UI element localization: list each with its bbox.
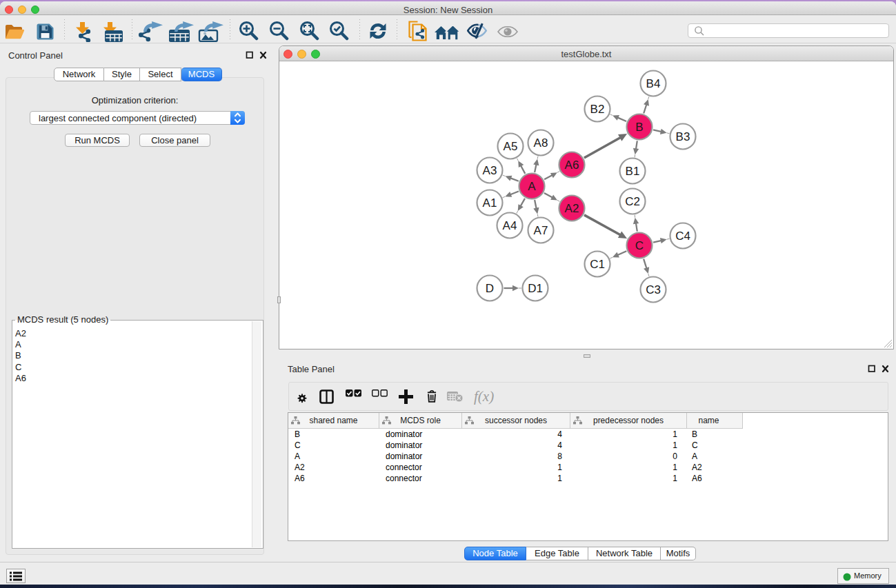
svg-text:B1: B1 (626, 165, 640, 178)
svg-text:A8: A8 (534, 136, 548, 150)
svg-text:A4: A4 (503, 219, 517, 232)
svg-text:A6: A6 (565, 159, 579, 172)
svg-text:B2: B2 (590, 103, 605, 116)
svg-text:A2: A2 (565, 202, 579, 215)
svg-text:A7: A7 (534, 224, 548, 237)
svg-text:A: A (528, 180, 536, 193)
svg-text:B: B (635, 121, 643, 134)
svg-text:B4: B4 (646, 77, 661, 90)
svg-text:C2: C2 (625, 195, 640, 208)
svg-text:D: D (486, 282, 494, 295)
svg-text:A1: A1 (483, 196, 497, 210)
svg-text:C1: C1 (590, 258, 605, 271)
svg-text:B3: B3 (676, 130, 690, 143)
svg-text:C4: C4 (675, 230, 690, 243)
svg-text:A3: A3 (483, 164, 497, 177)
svg-text:C: C (635, 239, 644, 252)
svg-text:D1: D1 (528, 282, 543, 295)
svg-text:C3: C3 (646, 283, 661, 296)
svg-text:A5: A5 (504, 140, 518, 153)
